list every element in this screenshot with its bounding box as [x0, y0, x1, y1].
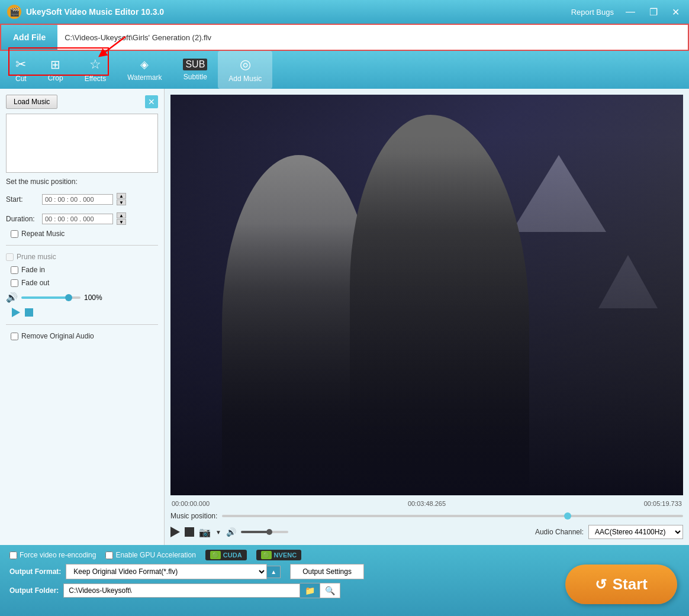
tab-crop-label: Crop — [48, 74, 63, 82]
repeat-music-label: Repeat Music — [21, 230, 65, 238]
duration-label: Duration: — [6, 215, 38, 223]
repeat-music-checkbox[interactable] — [11, 230, 18, 238]
tab-cut-label: Cut — [15, 75, 27, 83]
screenshot-button[interactable]: 📷 — [199, 527, 211, 538]
stop-button[interactable] — [185, 527, 194, 537]
volume-icon: 🔊 — [6, 292, 18, 303]
fade-in-label: Fade in — [21, 266, 45, 274]
nvenc-icon: 🟢 — [261, 551, 272, 559]
main-content: Load Music ✕ Set the music position: Sta… — [0, 89, 689, 545]
format-dropdown-button[interactable]: ▲ — [267, 566, 281, 578]
fade-out-label: Fade out — [21, 279, 49, 287]
duration-time-input[interactable] — [42, 214, 113, 224]
start-time-input[interactable] — [42, 194, 113, 205]
output-folder-label: Output Folder: — [9, 586, 59, 595]
restore-button[interactable]: ❐ — [647, 7, 660, 18]
start-button[interactable]: ↺ Start — [565, 565, 677, 604]
output-format-label: Output Format: — [9, 567, 61, 576]
music-position-thumb[interactable] — [564, 512, 571, 520]
volume-pct: 100% — [84, 294, 102, 302]
force-encoding-label: Force video re-encoding — [20, 551, 96, 559]
left-panel: Load Music ✕ Set the music position: Sta… — [0, 89, 165, 545]
start-label: Start: — [6, 195, 38, 204]
cuda-icon: 🟢 — [210, 551, 221, 559]
tab-watermark[interactable]: ◈ Watermark — [117, 51, 172, 89]
time-start: 00:00:00.000 — [172, 500, 210, 507]
prune-music-label: Prune music — [17, 253, 56, 261]
subtitle-icon: SUB — [183, 59, 207, 70]
music-position-label: Music position: — [170, 512, 217, 520]
gpu-accel-row: Enable GPU Acceleration — [105, 551, 195, 559]
app-title: UkeySoft Video Music Editor 10.3.0 — [26, 7, 164, 17]
video-frame — [170, 95, 683, 495]
repeat-music-row: Repeat Music — [11, 230, 158, 238]
search-folder-button[interactable]: 🔍 — [320, 583, 340, 598]
duration-field-row: Duration: ▲ ▼ — [6, 212, 158, 225]
playback-controls-row: 📷 ▼ 🔊 Audio Channel: AAC(Stereo 44100Hz)… — [170, 525, 683, 539]
start-down-arrow[interactable]: ▼ — [117, 199, 126, 205]
music-position-heading: Set the music position: — [6, 178, 158, 186]
camera-dropdown-button[interactable]: ▼ — [215, 529, 221, 536]
tab-effects-label: Effects — [85, 75, 106, 83]
left-panel-header: Load Music ✕ — [6, 95, 158, 109]
output-folder-input[interactable] — [63, 583, 300, 598]
video-placeholder — [170, 95, 683, 495]
start-spinner[interactable]: ▲ ▼ — [117, 193, 126, 205]
close-button[interactable]: ✕ — [669, 7, 682, 18]
effects-icon: ☆ — [89, 57, 101, 72]
duration-spinner[interactable]: ▲ ▼ — [117, 212, 126, 225]
close-panel-button[interactable]: ✕ — [145, 95, 158, 108]
time-mid: 00:03:48.265 — [408, 500, 446, 507]
start-icon: ↺ — [595, 576, 607, 593]
cut-icon: ✂ — [15, 57, 26, 72]
tab-watermark-label: Watermark — [127, 73, 162, 82]
toolbar: ✂ Cut ⊞ Crop ☆ Effects ◈ Watermark SUB S… — [0, 51, 689, 89]
separator-1 — [6, 245, 158, 246]
music-position-slider[interactable] — [222, 515, 683, 517]
duration-down-arrow[interactable]: ▼ — [117, 219, 126, 225]
tab-crop[interactable]: ⊞ Crop — [37, 51, 74, 89]
player-volume-slider[interactable] — [241, 531, 288, 533]
tab-add-music[interactable]: ◎ Add Music — [218, 51, 272, 89]
volume-slider[interactable] — [21, 296, 81, 299]
player-volume-thumb[interactable] — [266, 529, 272, 535]
force-encoding-row: Force video re-encoding — [9, 551, 96, 559]
gpu-accel-checkbox[interactable] — [105, 552, 113, 559]
remove-audio-row: Remove Original Audio — [11, 332, 158, 340]
video-panel: 00:00:00.000 00:03:48.265 00:05:19.733 M… — [165, 89, 689, 545]
fade-out-row: Fade out — [11, 279, 158, 287]
tab-subtitle-label: Subtitle — [183, 73, 207, 81]
music-play-button[interactable] — [12, 308, 20, 317]
title-bar: 🎬 UkeySoft Video Music Editor 10.3.0 Rep… — [0, 0, 689, 24]
load-music-button[interactable]: Load Music — [6, 95, 57, 109]
force-encoding-checkbox[interactable] — [9, 552, 17, 559]
audio-channel-select[interactable]: AAC(Stereo 44100Hz) MP3(Stereo 44100Hz) … — [588, 525, 683, 539]
watermark-icon: ◈ — [140, 58, 149, 71]
tab-effects[interactable]: ☆ Effects — [74, 51, 117, 89]
play-button[interactable] — [170, 527, 180, 537]
gpu-accel-label: Enable GPU Acceleration — [115, 551, 195, 559]
tab-cut[interactable]: ✂ Cut — [5, 51, 37, 89]
cuda-label: CUDA — [223, 552, 242, 559]
output-settings-button[interactable]: Output Settings — [290, 564, 364, 579]
fade-in-checkbox[interactable] — [11, 266, 18, 274]
fade-out-checkbox[interactable] — [11, 279, 18, 287]
browse-folder-button[interactable]: 📁 — [300, 583, 320, 598]
remove-audio-label: Remove Original Audio — [21, 332, 94, 340]
music-position-row: Music position: — [170, 512, 683, 520]
volume-thumb[interactable] — [65, 294, 72, 301]
remove-audio-checkbox[interactable] — [11, 333, 18, 340]
bottom-bar: Force video re-encoding Enable GPU Accel… — [0, 545, 689, 616]
prune-music-checkbox[interactable] — [6, 253, 14, 261]
tab-subtitle[interactable]: SUB Subtitle — [172, 51, 218, 89]
music-stop-button[interactable] — [25, 308, 33, 317]
add-file-button[interactable]: Add File — [1, 25, 57, 50]
output-format-select[interactable]: Keep Original Video Format(*.flv) — [66, 564, 267, 579]
player-volume-icon: 🔊 — [226, 527, 236, 537]
music-list — [6, 114, 158, 173]
report-bugs-link[interactable]: Report Bugs — [571, 8, 614, 17]
fade-in-row: Fade in — [11, 266, 158, 274]
start-up-arrow[interactable]: ▲ — [117, 193, 126, 199]
minimize-button[interactable]: — — [623, 7, 638, 17]
duration-up-arrow[interactable]: ▲ — [117, 212, 126, 218]
